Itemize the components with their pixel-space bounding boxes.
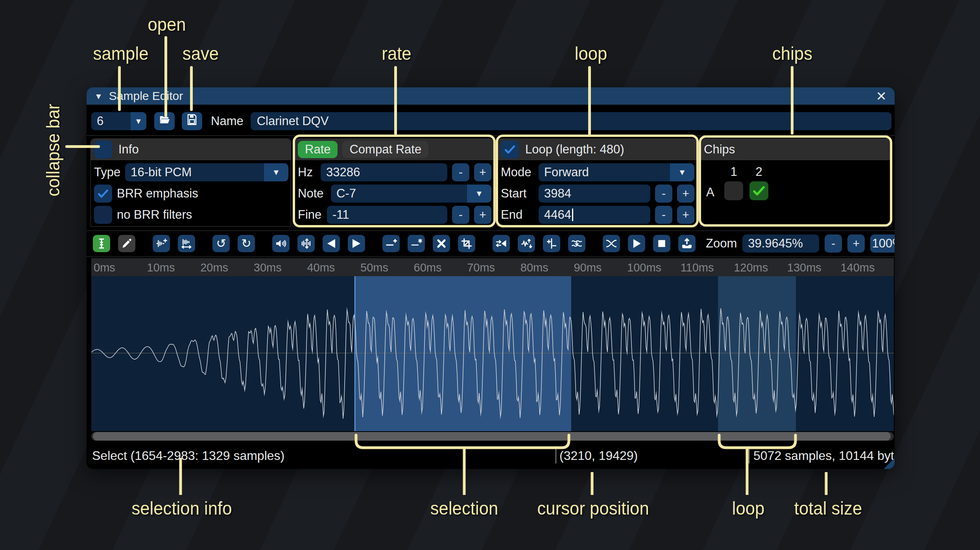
chevron-down-icon[interactable]: ▼ [131, 112, 146, 130]
ruler-tick-label: 130ms [787, 261, 821, 274]
waveform-view[interactable] [91, 276, 894, 431]
crop-icon [461, 238, 472, 249]
save-sample-button[interactable] [182, 112, 202, 130]
sample-type-select[interactable]: 16-bit PCM ▼ [125, 163, 288, 181]
status-divider [556, 446, 556, 463]
annotation-selection-info: selection info [127, 497, 237, 519]
annotation-line-loop [588, 66, 591, 135]
crossfade-button[interactable] [603, 235, 620, 252]
trim-button[interactable] [458, 235, 475, 252]
filter-button[interactable] [568, 235, 585, 252]
zoom-input[interactable]: 39.9645% [742, 234, 819, 253]
titlebar[interactable]: ▼ Sample Editor ✕ [87, 87, 895, 105]
resample-button[interactable] [178, 235, 195, 252]
crossfade-icon [605, 238, 617, 249]
ruler-tick-label: 120ms [734, 261, 768, 274]
status-selection-info: Select (1654-2983: 1329 samples) [92, 448, 284, 463]
apply-silence-button[interactable] [408, 235, 425, 252]
signed-unsigned-button[interactable] [543, 235, 560, 252]
annotation-chips: chips [738, 42, 847, 64]
filter-icon [571, 238, 583, 249]
zoom-reset-button[interactable]: 100% [870, 234, 895, 253]
zoom-cluster: Zoom 39.9645% - + 100% [706, 234, 895, 253]
sample-row: 6 ▼ Name Clarinet DQV [91, 111, 891, 131]
reverse-button[interactable] [493, 235, 510, 252]
insert-silence-button[interactable] [382, 235, 400, 252]
undo-button[interactable]: ↺ [212, 235, 230, 252]
fade-out-button[interactable] [348, 235, 365, 252]
annotation-open: open [112, 13, 222, 35]
chevron-down-icon: ▼ [264, 163, 288, 181]
redo-button[interactable]: ↻ [238, 235, 255, 252]
rate-callout [293, 135, 496, 227]
annotation-line-chips [791, 66, 794, 135]
reverse-icon [495, 238, 507, 249]
stop-icon [656, 238, 668, 249]
desktop-background: ▼ Sample Editor ✕ 6 ▼ Name Clarinet DQV [0, 0, 980, 550]
ruler-tick-label: 10ms [147, 261, 175, 274]
close-icon[interactable]: ✕ [876, 90, 887, 103]
sign-icon [546, 238, 557, 249]
silence-plus-icon [385, 238, 397, 249]
sample-type-value: 16-bit PCM [125, 163, 264, 181]
fade-in-button[interactable] [323, 235, 340, 252]
sample-number-select[interactable]: 6 ▼ [91, 112, 146, 130]
pencil-icon [121, 238, 133, 249]
wave-stretch-icon [181, 238, 192, 249]
brr-emphasis-checkbox[interactable] [94, 185, 112, 203]
wave-plus-icon [155, 238, 167, 249]
silence-star-icon [410, 238, 422, 249]
delete-button[interactable] [433, 235, 450, 252]
ruler-tick-label: 0ms [94, 261, 115, 274]
upload-button[interactable] [678, 235, 696, 252]
preview-button[interactable] [628, 235, 645, 252]
ruler-tick-label: 20ms [200, 261, 228, 274]
amplify-button[interactable] [272, 235, 290, 252]
invert-button[interactable] [518, 235, 535, 252]
ruler-tick-label: 100ms [627, 261, 661, 274]
no-brr-filters-checkbox[interactable] [94, 206, 112, 224]
ruler-tick-label: 70ms [467, 261, 495, 274]
upload-icon [681, 238, 693, 249]
ruler-tick-label: 60ms [414, 261, 442, 274]
stop-preview-button[interactable] [653, 235, 670, 252]
sample-name-input[interactable]: Clarinet DQV [251, 112, 891, 130]
annotation-loop: loop [536, 42, 646, 64]
annotation-line-rate [394, 66, 397, 135]
loop-callout [496, 135, 699, 227]
name-label: Name [211, 114, 244, 128]
info-panel: Info Type 16-bit PCM ▼ BRR emphasis no [90, 138, 291, 227]
sample-name-value: Clarinet DQV [257, 114, 329, 128]
brr-emphasis-label: BRR emphasis [117, 186, 198, 201]
redo-icon: ↻ [241, 238, 251, 249]
annotation-collapse-bar: collapse bar [36, 90, 70, 210]
scrollbar-thumb[interactable] [93, 432, 891, 441]
collapse-window-icon[interactable]: ▼ [94, 92, 103, 100]
select-mode-button[interactable] [93, 235, 110, 252]
speaker-icon [275, 238, 287, 249]
annotation-rate: rate [342, 42, 452, 64]
wave-updown-icon [300, 238, 312, 249]
ruler-tick-label: 80ms [520, 261, 548, 274]
status-total-size: 5072 samples, 10144 bytes [753, 448, 895, 463]
time-ruler[interactable]: 0ms10ms20ms30ms40ms50ms60ms70ms80ms90ms1… [91, 258, 894, 276]
collapse-info-button[interactable] [94, 140, 112, 159]
undo-icon: ↺ [216, 238, 226, 249]
normalize-button[interactable] [297, 235, 315, 252]
resize-button[interactable] [153, 235, 170, 252]
zoom-label: Zoom [706, 236, 737, 251]
delete-x-icon [436, 238, 447, 249]
annotation-selection: selection [410, 497, 519, 519]
status-divider [749, 446, 749, 463]
draw-mode-button[interactable] [118, 235, 135, 252]
no-brr-filters-label: no BRR filters [117, 208, 192, 222]
waveform-scrollbar[interactable] [91, 432, 894, 441]
zoom-in-button[interactable]: + [847, 234, 865, 253]
zoom-out-button[interactable]: - [825, 234, 842, 253]
fade-out-icon [351, 238, 362, 249]
play-icon [631, 238, 642, 249]
zoom-value: 39.9645% [748, 236, 803, 251]
annotation-cursor-position: cursor position [537, 497, 647, 519]
ruler-tick-label: 40ms [307, 261, 335, 274]
info-panel-title: Info [118, 142, 139, 157]
